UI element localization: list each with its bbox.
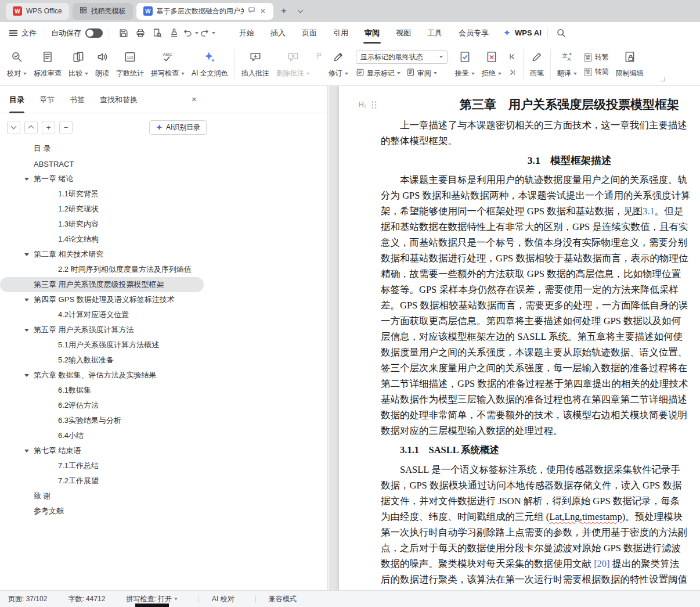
toc-item[interactable]: 第二章 相关技术研究 xyxy=(0,247,204,262)
toc-item[interactable]: 6.1数据集 xyxy=(0,383,204,398)
drag-handle-icon[interactable] xyxy=(371,100,377,109)
toc-item[interactable]: 1.2研究现状 xyxy=(0,202,204,217)
collapse-all-button[interactable] xyxy=(7,121,20,134)
wps-logo-icon: W xyxy=(13,6,22,16)
dialog-launcher-icon[interactable] xyxy=(661,77,665,81)
previous-change-icon[interactable] xyxy=(507,52,518,62)
expand-all-button[interactable] xyxy=(24,121,38,134)
track-changes-button[interactable]: 修订 xyxy=(325,46,352,82)
standard-review-button[interactable]: 标准审查 xyxy=(30,46,65,82)
to-simplified-button[interactable]: 简 转简 xyxy=(584,67,609,77)
tab-docer-templates[interactable]: 找稻壳模板 xyxy=(73,3,133,20)
toc-item[interactable]: 5.2输入数据准备 xyxy=(0,353,204,368)
restrict-editing-button[interactable]: 限制编辑 xyxy=(612,46,647,82)
translate-button[interactable]: 文A 翻译 xyxy=(554,46,580,82)
proofread-button[interactable]: 校对 xyxy=(3,46,30,82)
tab-review[interactable]: 审阅 xyxy=(356,22,388,44)
toc-item[interactable]: 第六章 数据集、评估方法及实验结果 xyxy=(0,368,204,383)
toc-item[interactable]: 第五章 用户关系强度计算方法 xyxy=(0,322,204,337)
toc-item[interactable]: 1.4论文结构 xyxy=(0,232,204,247)
accept-button[interactable]: 接受 xyxy=(452,46,478,82)
tab-document[interactable]: W 基于多层次数据融合的用户关 × xyxy=(136,3,273,20)
toc-item[interactable]: 第三章 用户关系强度层级投票模型框架 xyxy=(0,277,204,292)
spell-check-button[interactable]: ABC 拼写检查 xyxy=(147,46,188,82)
autosave-toggle[interactable] xyxy=(85,28,103,38)
toc-item[interactable]: 2.2 时间序列相似度度量方法及序列熵值 xyxy=(0,262,204,277)
next-change-icon[interactable] xyxy=(507,67,518,78)
redo-button[interactable] xyxy=(200,28,215,38)
toc-item[interactable]: 1.3研究内容 xyxy=(0,217,204,232)
ai-polish-button[interactable]: AI 全文润色 xyxy=(188,46,232,82)
cross-reference-link[interactable]: 3.1 xyxy=(643,206,655,217)
show-markup-button[interactable]: 显示标记 xyxy=(356,68,400,79)
page-indicator[interactable]: 页面: 37/102 xyxy=(8,594,47,604)
document-area: H₁ 第三章 用户关系强度层级投票模型框架 上一章描述了与本课题密切相关的三方面… xyxy=(329,86,700,590)
ink-brush-button[interactable]: 画笔 xyxy=(526,46,547,82)
toc-item[interactable]: 第四章 GPS 数据处理及语义标签标注技术 xyxy=(0,292,204,307)
print-button[interactable] xyxy=(132,26,148,40)
reject-button[interactable]: 拒绝 xyxy=(478,46,505,82)
document-page[interactable]: H₁ 第三章 用户关系强度层级投票模型框架 上一章描述了与本课题密切相关的三方面… xyxy=(339,86,700,590)
ai-recognize-toc-button[interactable]: AI识别目录 xyxy=(149,120,207,135)
undo-button[interactable] xyxy=(183,28,199,38)
toc-item[interactable]: 5.1用户关系强度计算方法概述 xyxy=(0,337,204,353)
close-pane-icon[interactable]: × xyxy=(192,94,197,104)
tab-find-replace[interactable]: 查找和替换 xyxy=(100,86,138,113)
review-pane-button[interactable]: 审阅 xyxy=(406,68,437,79)
expand-triangle-icon[interactable] xyxy=(24,450,29,452)
spellcheck-status[interactable]: 拼写检查: 打开 xyxy=(126,594,178,604)
toc-item[interactable]: 第一章 绪论 xyxy=(0,171,204,186)
new-tab-button[interactable]: + xyxy=(277,4,291,18)
tab-wps-office[interactable]: W WPS Office xyxy=(6,3,69,20)
ai-proofread-status[interactable]: AI 校对 xyxy=(212,594,234,604)
toc-item[interactable]: 4.2计算对应语义位置 xyxy=(0,307,204,322)
tab-view[interactable]: 视图 xyxy=(388,22,419,44)
heading-handle[interactable]: H₁ xyxy=(359,100,377,109)
toc-item[interactable]: 致 谢 xyxy=(0,489,204,504)
redo-dropdown-caret[interactable] xyxy=(212,32,215,34)
close-tab-icon[interactable]: × xyxy=(259,6,266,16)
markup-state-dropdown[interactable]: 显示标记的最终状态 xyxy=(356,51,448,64)
stamp-button[interactable] xyxy=(166,26,182,40)
search-icon[interactable] xyxy=(554,26,569,40)
toc-item[interactable]: 7.2工作展望 xyxy=(0,473,204,489)
tab-home[interactable]: 开始 xyxy=(231,22,262,44)
toc-item[interactable]: 6.4小结 xyxy=(0,428,204,443)
tab-references[interactable]: 引用 xyxy=(325,22,356,44)
compare-button[interactable]: 比较 xyxy=(65,46,92,82)
zoom-out-button[interactable]: − xyxy=(59,121,73,134)
read-aloud-button[interactable]: 朗读 xyxy=(92,46,113,82)
toc-item[interactable]: ABSTRACT xyxy=(0,156,204,171)
toc-item[interactable]: 6.2评估方法 xyxy=(0,398,204,413)
word-count-indicator[interactable]: 字数: 44712 xyxy=(68,594,105,604)
cross-reference-link[interactable]: [20] xyxy=(594,558,610,569)
print-preview-button[interactable] xyxy=(149,26,165,40)
expand-triangle-icon[interactable] xyxy=(24,178,29,181)
tab-page[interactable]: 页面 xyxy=(294,22,325,44)
toc-item[interactable]: 6.3实验结果与分析 xyxy=(0,413,204,428)
toc-item[interactable]: 1.1研究背景 xyxy=(0,186,204,202)
toc-item[interactable]: 7.1工作总结 xyxy=(0,458,204,473)
to-traditional-button[interactable]: 繁 转繁 xyxy=(584,52,609,62)
file-menu-button[interactable]: 文件 xyxy=(7,28,39,38)
toc-item[interactable]: 目 录 xyxy=(0,141,204,156)
toc-item[interactable]: 第七章 结束语 xyxy=(0,443,204,458)
tab-list-button[interactable] xyxy=(294,5,307,17)
save-button[interactable] xyxy=(116,26,131,40)
expand-triangle-icon[interactable] xyxy=(24,329,29,332)
tab-member[interactable]: 会员专享 xyxy=(450,22,497,44)
expand-triangle-icon[interactable] xyxy=(24,253,29,256)
expand-triangle-icon[interactable] xyxy=(24,299,29,301)
expand-triangle-icon[interactable] xyxy=(24,374,29,377)
tab-chapters[interactable]: 章节 xyxy=(39,86,55,113)
insert-comment-button[interactable]: 插入批注 xyxy=(238,46,273,82)
tab-insert[interactable]: 插入 xyxy=(262,22,294,44)
tab-contents[interactable]: 目录 xyxy=(9,86,24,113)
wps-ai-button[interactable]: WPS AI xyxy=(503,28,542,37)
zoom-in-button[interactable]: + xyxy=(42,121,55,134)
word-count-button[interactable]: 123 字数统计 xyxy=(113,46,147,82)
toc-item[interactable]: 参考文献 xyxy=(0,504,204,519)
undo-dropdown-caret[interactable] xyxy=(195,32,199,34)
tab-tools[interactable]: 工具 xyxy=(419,22,450,44)
tab-bookmarks[interactable]: 书签 xyxy=(70,86,85,113)
